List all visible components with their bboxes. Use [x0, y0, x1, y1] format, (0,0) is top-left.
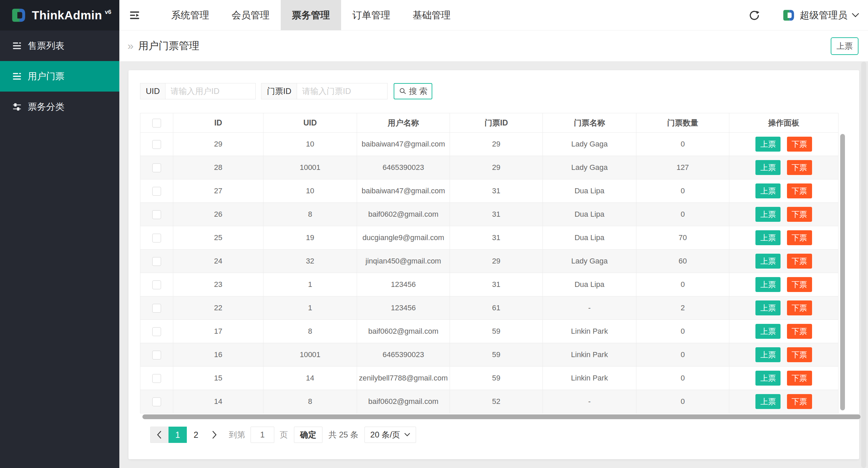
- table-horizontal-scrollbar[interactable]: [142, 414, 861, 419]
- cell-ticket-name: -: [543, 296, 636, 320]
- collapse-menu-icon[interactable]: [126, 0, 143, 30]
- ticket-id-input[interactable]: [297, 83, 388, 99]
- down-ticket-button[interactable]: 下票: [787, 183, 812, 198]
- cell-username: baibaiwan47@gmail.com: [357, 133, 450, 156]
- up-ticket-button[interactable]: 上票: [755, 324, 781, 339]
- row-checkbox[interactable]: [152, 257, 161, 266]
- page-scrollbar[interactable]: [861, 62, 866, 468]
- table-row: 15 14 zenilybell7788@gmail.com 59 Linkin…: [140, 367, 839, 390]
- sidebar-item-ticket-sales-list[interactable]: 售票列表: [0, 31, 119, 61]
- page-button-1[interactable]: 1: [169, 427, 187, 443]
- cell-username: 6465390023: [357, 343, 450, 367]
- confirm-button[interactable]: 确定: [294, 427, 322, 443]
- row-checkbox[interactable]: [152, 210, 161, 219]
- down-ticket-button[interactable]: 下票: [787, 347, 812, 362]
- row-checkbox[interactable]: [152, 351, 161, 359]
- page-unit-label: 页: [280, 429, 288, 440]
- tab-order-management[interactable]: 订单管理: [341, 0, 401, 30]
- row-checkbox[interactable]: [152, 280, 161, 289]
- cell-id: 26: [173, 203, 263, 226]
- tab-basic-management[interactable]: 基础管理: [401, 0, 462, 30]
- uid-input-group: UID: [140, 83, 256, 99]
- tab-label: 系统管理: [171, 9, 209, 22]
- down-ticket-button[interactable]: 下票: [787, 137, 812, 152]
- cell-ticket-qty: 2: [636, 296, 729, 320]
- down-ticket-button[interactable]: 下票: [787, 300, 812, 315]
- up-ticket-button[interactable]: 上票: [755, 371, 781, 386]
- tab-member-management[interactable]: 会员管理: [220, 0, 281, 30]
- down-ticket-button[interactable]: 下票: [787, 207, 812, 222]
- up-ticket-button[interactable]: 上票: [755, 254, 781, 269]
- row-checkbox[interactable]: [152, 163, 161, 172]
- next-page-button[interactable]: [205, 427, 223, 443]
- sidebar: ThinkAdmin v6 售票列表: [0, 0, 119, 468]
- down-ticket-button[interactable]: 下票: [787, 277, 812, 292]
- tab-ticket-management[interactable]: 票务管理: [281, 0, 341, 30]
- app-window: ThinkAdmin v6 售票列表: [0, 0, 868, 468]
- up-ticket-button[interactable]: 上票: [755, 207, 781, 222]
- cell-ticket-name: -: [543, 390, 636, 413]
- brand-logo: ThinkAdmin v6: [0, 0, 119, 31]
- header-ticket-name: 门票名称: [543, 113, 636, 133]
- uid-label: UID: [140, 83, 165, 99]
- header-id: ID: [173, 113, 263, 133]
- up-ticket-button[interactable]: 上票: [755, 300, 781, 315]
- refresh-icon[interactable]: [748, 8, 761, 22]
- cell-actions: 上票 下票: [729, 343, 839, 367]
- cell-ticket-id: 31: [450, 203, 543, 226]
- sidebar-menu: 售票列表 用户门票: [0, 31, 119, 122]
- uid-input[interactable]: [165, 83, 256, 99]
- down-ticket-button[interactable]: 下票: [787, 324, 812, 339]
- goto-page-input[interactable]: [251, 427, 274, 443]
- cell-ticket-qty: 60: [636, 250, 729, 273]
- cell-ticket-name: Linkin Park: [543, 320, 636, 343]
- down-ticket-button[interactable]: 下票: [787, 160, 812, 175]
- cell-ticket-id: 29: [450, 250, 543, 273]
- select-all-checkbox[interactable]: [152, 119, 161, 128]
- search-button[interactable]: 搜 索: [394, 83, 432, 99]
- cell-uid: 10: [263, 133, 357, 156]
- row-checkbox-cell: [140, 320, 173, 343]
- user-avatar-logo-icon: [782, 9, 795, 22]
- down-ticket-button[interactable]: 下票: [787, 394, 812, 409]
- row-checkbox[interactable]: [152, 327, 161, 336]
- row-checkbox[interactable]: [152, 304, 161, 313]
- down-ticket-button[interactable]: 下票: [787, 230, 812, 245]
- tab-system-management[interactable]: 系统管理: [160, 0, 220, 30]
- sidebar-item-ticket-categories[interactable]: 票务分类: [0, 92, 119, 122]
- page-button-2[interactable]: 2: [187, 427, 205, 443]
- user-menu[interactable]: 超级管理员: [782, 9, 860, 22]
- cell-uid: 32: [263, 250, 357, 273]
- cell-id: 14: [173, 390, 263, 413]
- add-ticket-button[interactable]: 上票: [831, 37, 859, 55]
- cell-actions: 上票 下票: [729, 156, 839, 179]
- cell-actions: 上票 下票: [729, 296, 839, 320]
- sidebar-item-user-tickets[interactable]: 用户门票: [0, 61, 119, 92]
- up-ticket-button[interactable]: 上票: [755, 230, 781, 245]
- row-checkbox[interactable]: [152, 140, 161, 149]
- up-ticket-button[interactable]: 上票: [755, 183, 781, 198]
- cell-actions: 上票 下票: [729, 320, 839, 343]
- cell-uid: 1: [263, 273, 357, 296]
- cell-ticket-name: Lady Gaga: [543, 250, 636, 273]
- table-row: 29 10 baibaiwan47@gmail.com 29 Lady Gaga…: [140, 133, 839, 156]
- header-ticket-qty: 门票数量: [636, 113, 729, 133]
- row-checkbox-cell: [140, 390, 173, 413]
- down-ticket-button[interactable]: 下票: [787, 371, 812, 386]
- down-ticket-button[interactable]: 下票: [787, 254, 812, 269]
- up-ticket-button[interactable]: 上票: [755, 347, 781, 362]
- up-ticket-button[interactable]: 上票: [755, 160, 781, 175]
- per-page-select[interactable]: 20 条/页: [364, 427, 416, 443]
- cell-uid: 8: [263, 390, 357, 413]
- cell-actions: 上票 下票: [729, 273, 839, 296]
- up-ticket-button[interactable]: 上票: [755, 137, 781, 152]
- row-checkbox[interactable]: [152, 397, 161, 406]
- up-ticket-button[interactable]: 上票: [755, 277, 781, 292]
- up-ticket-button[interactable]: 上票: [755, 394, 781, 409]
- prev-page-button[interactable]: [150, 427, 169, 443]
- table-vertical-scrollbar[interactable]: [840, 134, 845, 410]
- row-checkbox[interactable]: [152, 374, 161, 383]
- row-checkbox[interactable]: [152, 234, 161, 242]
- cell-username: jinqian450@gmail.com: [357, 250, 450, 273]
- row-checkbox[interactable]: [152, 187, 161, 196]
